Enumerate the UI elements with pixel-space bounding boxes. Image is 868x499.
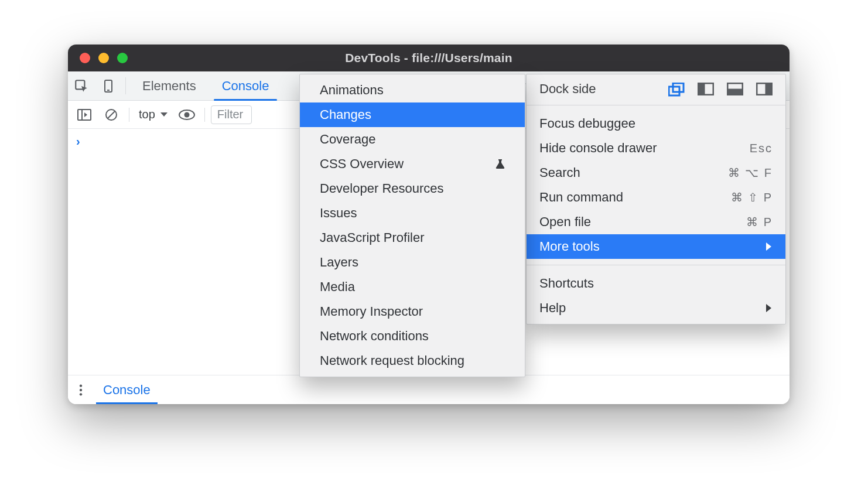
submenu-item-developer-resources[interactable]: Developer Resources (300, 176, 525, 201)
submenu-item-issues[interactable]: Issues (300, 201, 525, 225)
svg-rect-18 (698, 83, 704, 95)
submenu-item-network-conditions[interactable]: Network conditions (300, 324, 525, 348)
drawer: Console (68, 375, 790, 404)
chevron-down-icon (160, 112, 168, 118)
submenu-item-label: Animations (320, 83, 384, 98)
submenu-item-label: Layers (320, 255, 358, 270)
menu-item-shortcut: Esc (750, 142, 773, 155)
drawer-tab-console[interactable]: Console (94, 375, 160, 404)
svg-point-12 (80, 384, 82, 387)
filter-placeholder: Filter (217, 108, 243, 121)
separator (129, 108, 129, 122)
main-menu: Dock side (526, 74, 786, 324)
inspect-element-icon[interactable] (68, 71, 95, 100)
svg-rect-20 (727, 90, 743, 95)
clear-console-icon[interactable] (100, 101, 123, 128)
menu-separator (527, 105, 785, 105)
dock-side-row: Dock side (527, 78, 785, 102)
device-toolbar-icon[interactable] (95, 71, 122, 100)
submenu-item-label: Issues (320, 206, 357, 221)
submenu-item-label: Network request blocking (320, 353, 464, 368)
svg-point-11 (184, 112, 189, 117)
submenu-item-label: Changes (320, 107, 371, 122)
submenu-item-label: CSS Overview (320, 156, 404, 172)
menu-item-help[interactable]: Help (527, 296, 785, 320)
submenu-item-label: Memory Inspector (320, 304, 423, 319)
more-tools-submenu: AnimationsChangesCoverageCSS Overview De… (299, 74, 525, 377)
window-controls (80, 53, 128, 63)
menu-item-label: Help (539, 300, 566, 316)
console-prompt-icon: › (76, 135, 80, 148)
menu-item-search[interactable]: Search ⌘ ⌥ F (527, 160, 785, 185)
menu-item-label: Search (539, 165, 580, 180)
filter-input[interactable]: Filter (211, 105, 252, 124)
submenu-item-media[interactable]: Media (300, 275, 525, 299)
separator (204, 108, 205, 122)
submenu-item-label: Network conditions (320, 329, 429, 344)
dock-side-label: Dock side (539, 81, 655, 97)
titlebar: DevTools - file:///Users/main (68, 45, 790, 71)
tab-console[interactable]: Console (209, 71, 282, 100)
svg-rect-22 (766, 83, 772, 95)
svg-line-9 (108, 111, 115, 118)
submenu-item-css-overview[interactable]: CSS Overview (300, 152, 525, 176)
menu-item-label: Shortcuts (539, 276, 594, 291)
toggle-sidebar-icon[interactable] (73, 101, 96, 128)
submenu-item-changes[interactable]: Changes (300, 102, 525, 127)
submenu-item-memory-inspector[interactable]: Memory Inspector (300, 299, 525, 324)
menu-item-shortcut: ⌘ ⇧ P (731, 190, 773, 204)
menu-item-label: Open file (539, 214, 591, 230)
menu-item-more-tools[interactable]: More tools (527, 234, 785, 259)
window-title: DevTools - file:///Users/main (68, 51, 790, 65)
minimize-window-button[interactable] (98, 53, 109, 63)
submenu-item-layers[interactable]: Layers (300, 250, 525, 275)
maximize-window-button[interactable] (117, 53, 128, 63)
drawer-menu-icon[interactable] (68, 375, 94, 404)
menu-separator (527, 265, 785, 265)
menu-item-run-command[interactable]: Run command ⌘ ⇧ P (527, 185, 785, 210)
context-selector[interactable]: top (135, 108, 172, 121)
dock-undock-icon[interactable] (668, 83, 685, 95)
submenu-arrow-icon (766, 303, 773, 313)
submenu-item-label: Developer Resources (320, 181, 444, 196)
separator (125, 77, 126, 94)
menu-section-commands: Focus debuggee Hide console drawer Esc S… (527, 108, 785, 262)
menu-item-shortcut: ⌘ ⌥ F (728, 166, 773, 180)
menu-section-footer: Shortcuts Help (527, 268, 785, 324)
submenu-item-label: Media (320, 279, 355, 295)
live-expression-icon[interactable] (175, 101, 199, 128)
menu-item-shortcut: ⌘ P (746, 215, 773, 229)
context-selector-label: top (139, 108, 155, 121)
submenu-item-label: JavaScript Profiler (320, 230, 425, 245)
dock-bottom-icon[interactable] (727, 83, 743, 95)
menu-item-label: Hide console drawer (539, 141, 657, 156)
submenu-arrow-icon (766, 242, 773, 251)
menu-item-shortcuts[interactable]: Shortcuts (527, 271, 785, 296)
submenu-item-label: Coverage (320, 132, 375, 147)
tab-elements[interactable]: Elements (129, 71, 209, 100)
svg-point-13 (80, 388, 82, 391)
menu-item-label: More tools (539, 239, 600, 254)
close-window-button[interactable] (80, 53, 90, 63)
submenu-item-javascript-profiler[interactable]: JavaScript Profiler (300, 225, 525, 250)
submenu-item-animations[interactable]: Animations (300, 78, 525, 102)
submenu-item-network-request-blocking[interactable]: Network request blocking (300, 348, 525, 373)
menu-item-hide-console-drawer[interactable]: Hide console drawer Esc (527, 136, 785, 160)
experiment-flask-icon (495, 159, 505, 169)
dock-right-icon[interactable] (756, 83, 773, 95)
menu-item-open-file[interactable]: Open file ⌘ P (527, 210, 785, 234)
devtools-window: DevTools - file:///Users/main Elements C… (68, 45, 790, 404)
menu-item-label: Focus debuggee (539, 116, 635, 131)
menu-item-focus-debuggee[interactable]: Focus debuggee (527, 111, 785, 136)
svg-point-14 (80, 393, 82, 395)
menu-item-label: Run command (539, 190, 623, 205)
dock-left-icon[interactable] (698, 83, 714, 95)
submenu-item-coverage[interactable]: Coverage (300, 127, 525, 152)
